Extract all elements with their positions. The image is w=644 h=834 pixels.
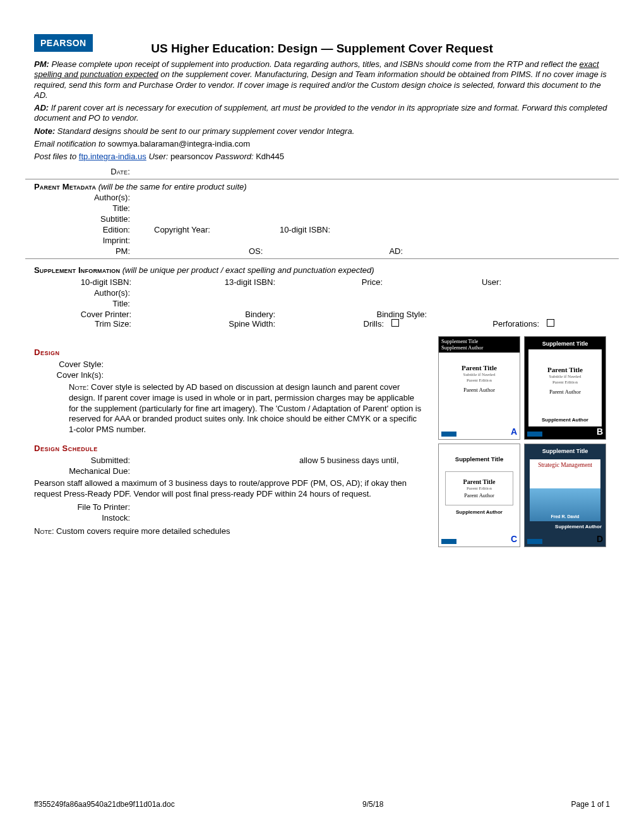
- cover-ink-label: Cover Ink(s):: [27, 370, 109, 380]
- isbn10-label: 10-digit ISBN:: [280, 225, 330, 234]
- mech-due-label: Mechanical Due:: [34, 466, 135, 476]
- d-card: Strategic Management Fred R. David: [530, 459, 600, 521]
- cover-thumbnails: Supplement Title Supplement Author Paren…: [438, 336, 610, 547]
- cover-printer-label: Cover Printer:: [34, 310, 134, 319]
- drills-checkbox[interactable]: [391, 319, 399, 327]
- supp-info-label: Supplement Information: [34, 265, 120, 275]
- cover-style-b: Supplement Title Parent Title Subtitle i…: [524, 336, 606, 440]
- custom-note-text: : Custom covers require more detailed sc…: [52, 526, 230, 536]
- drills-label: Drills:: [322, 319, 386, 329]
- email-addr: sowmya.balaraman@integra-india.com: [107, 139, 250, 148]
- c-supp-author: Supplement Author: [439, 509, 520, 515]
- parent-metadata-section: Parent Metadata (will be the same for en…: [34, 182, 610, 256]
- si-isbn13-label: 13-digit ISBN:: [178, 277, 278, 287]
- supp-info-head: Supplement Information (will be unique p…: [34, 265, 610, 275]
- d-tag: D: [597, 534, 603, 544]
- b-edition: Parent Edition: [528, 380, 602, 385]
- page-title: US Higher Education: Design — Supplement…: [34, 42, 610, 56]
- divider-1: [25, 179, 619, 179]
- trim-size-label: Trim Size:: [34, 319, 134, 329]
- b-supp-title: Supplement Title: [525, 341, 605, 347]
- parent-meta-head: Parent Metadata (will be the same for en…: [34, 182, 610, 191]
- date-row: Date:: [34, 167, 610, 176]
- design-left: Design Cover Style: Cover Ink(s): Note: …: [34, 339, 427, 547]
- a-subtitle: Subtitle if Needed: [439, 372, 520, 377]
- si-price-label: Price:: [322, 277, 385, 287]
- b-parent-author: Parent Author: [528, 389, 602, 395]
- email-line: Email notification to sowmya.balaraman@i…: [34, 139, 610, 149]
- c-supp-title: Supplement Title: [439, 456, 520, 462]
- ad-lead: AD:: [34, 103, 49, 112]
- pm-lead: PM:: [34, 59, 49, 69]
- pm-label: PM:: [34, 246, 135, 256]
- os-label: OS:: [249, 246, 263, 256]
- note-text: Standard designs should be sent to our p…: [55, 126, 354, 136]
- email-pre: Email notification to: [34, 139, 107, 148]
- user-lbl: User:: [146, 152, 169, 161]
- b-supp-author: Supplement Author: [528, 417, 602, 423]
- intro-ad: AD: If parent cover art is necessary for…: [34, 103, 610, 124]
- ftp-link[interactable]: ftp.integra-india.us: [79, 152, 146, 161]
- a-supp-author: Supplement Author: [441, 344, 517, 351]
- si-authors-label: Author(s):: [34, 288, 135, 298]
- perforations-label: Perforations:: [466, 319, 542, 329]
- a-parent-title: Parent Title: [439, 364, 520, 372]
- bindery-label: Bindery:: [178, 310, 278, 319]
- ad-label: AD:: [389, 246, 403, 256]
- d-supp-author: Supplement Author: [525, 521, 605, 529]
- allow5-text: allow 5 business days until,: [299, 456, 399, 465]
- b-subtitle: Subtitle if Needed: [528, 374, 602, 379]
- perforations-checkbox[interactable]: [547, 319, 554, 327]
- a-bar: Supplement Title Supplement Author: [439, 337, 520, 352]
- design-schedule-head: Design Schedule: [34, 444, 427, 453]
- pwd-val: Kdh445: [254, 152, 284, 161]
- page: PEARSON US Higher Education: Design — Su…: [0, 0, 644, 834]
- page-footer: ff355249fa86aa9540a21dbe9f11d01a.doc 9/5…: [34, 800, 610, 809]
- cover-style-a: Supplement Title Supplement Author Paren…: [438, 336, 520, 440]
- custom-note: Note: Custom covers require more detaile…: [34, 526, 427, 536]
- c-edition: Parent Edition: [448, 486, 510, 491]
- b-pearson-mark: [527, 432, 542, 437]
- ftp-pre: Post files to: [34, 152, 79, 161]
- design-area: Design Cover Style: Cover Ink(s): Note: …: [34, 339, 610, 547]
- title-label: Title:: [34, 203, 135, 213]
- custom-note-lead: Note: [34, 526, 52, 536]
- intro-note: Note: Standard designs should be sent to…: [34, 126, 610, 136]
- schedule-para: Pearson staff allowed a maximum of 3 bus…: [34, 478, 427, 500]
- a-supp-title: Supplement Title: [441, 338, 517, 344]
- c-box: Parent Title Parent Edition Parent Autho…: [445, 471, 513, 505]
- c-pearson-mark: [441, 539, 456, 544]
- imprint-label: Imprint:: [34, 236, 135, 245]
- c-parent-title: Parent Title: [448, 478, 510, 485]
- ad-text: If parent cover art is necessary for exe…: [34, 103, 607, 123]
- spine-width-label: Spine Width:: [178, 319, 278, 329]
- design-note-text: : Cover style is selected by AD based on…: [69, 382, 421, 434]
- si-user-label: User:: [466, 277, 504, 287]
- d-strategic: Strategic Management: [530, 459, 600, 468]
- b-parent-title: Parent Title: [528, 366, 602, 373]
- binding-style-label: Binding Style:: [322, 310, 429, 319]
- a-pearson-mark: [441, 432, 456, 437]
- supplement-info-section: Supplement Information (will be unique p…: [34, 265, 610, 329]
- copyright-year-label: Copyright Year:: [154, 225, 210, 234]
- cover-style-c: Supplement Title Parent Title Parent Edi…: [438, 444, 520, 547]
- file-to-printer-label: File To Printer:: [34, 502, 135, 512]
- divider-2: [25, 258, 619, 259]
- cover-style-label: Cover Style:: [27, 360, 109, 369]
- b-tag: B: [597, 426, 603, 437]
- authors-label: Author(s):: [34, 193, 135, 202]
- footer-filename: ff355249fa86aa9540a21dbe9f11d01a.doc: [34, 800, 175, 809]
- design-note: Note: Cover style is selected by AD base…: [34, 382, 427, 435]
- d-supp-title: Supplement Title: [525, 444, 605, 454]
- si-title-label: Title:: [34, 299, 135, 308]
- pearson-logo: PEARSON: [34, 34, 93, 52]
- a-parent-author: Parent Author: [439, 387, 520, 393]
- design-head: Design: [34, 348, 427, 357]
- a-edition: Parent Edition: [439, 378, 520, 383]
- si-isbn10-label: 10-digit ISBN:: [34, 277, 134, 287]
- d-pearson-mark: [527, 539, 542, 544]
- a-tag: A: [511, 426, 517, 437]
- subtitle-label: Subtitle:: [34, 214, 135, 224]
- note-lead: Note:: [34, 126, 55, 136]
- cover-style-d: Supplement Title Strategic Management Fr…: [524, 444, 606, 547]
